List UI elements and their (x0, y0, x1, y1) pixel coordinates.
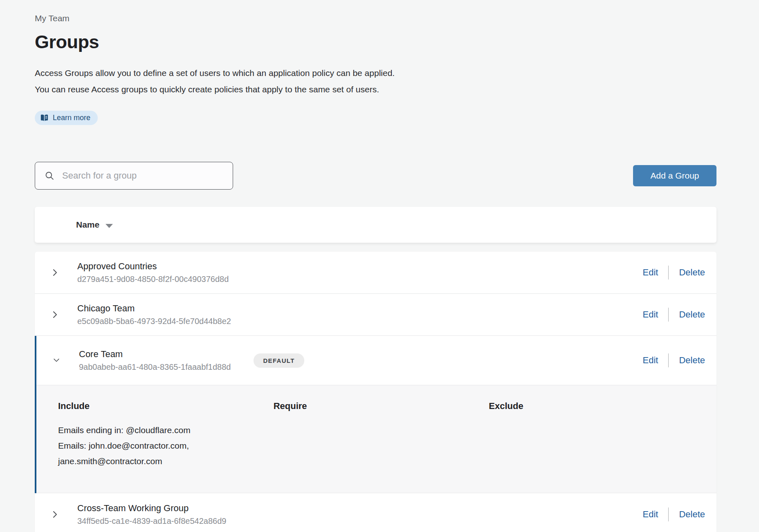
table-header: Name (35, 207, 716, 243)
group-name: Cross-Team Working Group (77, 503, 226, 514)
delete-link[interactable]: Delete (679, 267, 705, 278)
include-rule-line: Emails: john.doe@contractor.com, (58, 438, 274, 454)
group-search[interactable] (35, 162, 233, 190)
expanded-group: Core Team 9ab0abeb-aa61-480a-8365-1faaab… (35, 336, 716, 493)
group-id: d279a451-9d08-4850-8f2f-00c490376d8d (77, 275, 229, 284)
edit-link[interactable]: Edit (642, 267, 658, 278)
delete-link[interactable]: Delete (679, 309, 705, 320)
group-info: Cross-Team Working Group 34ff5ed5-ca1e-4… (77, 503, 226, 526)
actions-divider (668, 507, 669, 521)
groups-page: My Team Groups Access Groups allow you t… (0, 0, 716, 532)
chevron-right-icon[interactable] (51, 310, 59, 320)
actions-divider (668, 353, 669, 367)
edit-link[interactable]: Edit (642, 355, 658, 366)
chevron-right-icon[interactable] (51, 510, 59, 519)
page-title: Groups (35, 31, 716, 53)
edit-link[interactable]: Edit (642, 509, 658, 520)
description-line-2: You can reuse Access groups to quickly c… (35, 81, 716, 98)
chevron-down-icon[interactable] (52, 356, 61, 365)
default-badge: DEFAULT (254, 353, 304, 368)
include-rule-line: jane.smith@contractor.com (58, 454, 274, 469)
book-icon (40, 114, 49, 122)
table-row[interactable]: Approved Countries d279a451-9d08-4850-8f… (35, 252, 716, 294)
learn-more-label: Learn more (53, 114, 90, 122)
sort-descending-icon (106, 224, 113, 228)
toolbar: Add a Group (35, 162, 716, 190)
search-icon (44, 170, 55, 181)
exclude-column: Exclude (489, 401, 704, 469)
row-actions: Edit Delete (642, 308, 705, 322)
include-rule-line: Emails ending in: @cloudflare.com (58, 422, 274, 438)
table-row[interactable]: Chicago Team e5c09a8b-5ba6-4973-92d4-5fe… (35, 294, 716, 336)
group-info: Chicago Team e5c09a8b-5ba6-4973-92d4-5fe… (77, 303, 231, 326)
group-info: Core Team 9ab0abeb-aa61-480a-8365-1faaab… (79, 349, 231, 372)
chevron-right-icon[interactable] (51, 268, 59, 277)
name-header-label: Name (76, 220, 99, 230)
description-line-1: Access Groups allow you to define a set … (35, 65, 716, 81)
table-row[interactable]: Cross-Team Working Group 34ff5ed5-ca1e-4… (35, 493, 716, 532)
learn-more-button[interactable]: Learn more (35, 111, 98, 125)
table-row[interactable]: Core Team 9ab0abeb-aa61-480a-8365-1faaab… (36, 336, 716, 385)
group-id: e5c09a8b-5ba6-4973-92d4-5fe70d44b8e2 (77, 317, 231, 326)
include-rules: Emails ending in: @cloudflare.com Emails… (58, 422, 274, 469)
group-id: 9ab0abeb-aa61-480a-8365-1faaabf1d88d (79, 362, 231, 372)
row-actions: Edit Delete (642, 266, 705, 279)
group-name: Chicago Team (77, 303, 231, 314)
actions-divider (668, 266, 669, 279)
delete-link[interactable]: Delete (679, 509, 705, 520)
include-column: Include Emails ending in: @cloudflare.co… (58, 401, 274, 469)
name-column-header[interactable]: Name (76, 220, 113, 230)
group-id: 34ff5ed5-ca1e-4839-ad1a-6f8e542a86d9 (77, 516, 226, 526)
require-column-header: Require (274, 401, 489, 411)
require-column: Require (274, 401, 489, 469)
groups-list: Approved Countries d279a451-9d08-4850-8f… (35, 252, 716, 532)
group-name: Core Team (79, 349, 231, 360)
include-column-header: Include (58, 401, 274, 411)
delete-link[interactable]: Delete (679, 355, 705, 366)
actions-divider (668, 308, 669, 322)
row-actions: Edit Delete (642, 353, 705, 367)
breadcrumb: My Team (35, 13, 716, 23)
exclude-column-header: Exclude (489, 401, 704, 411)
row-actions: Edit Delete (642, 507, 705, 521)
group-name: Approved Countries (77, 261, 229, 272)
edit-link[interactable]: Edit (642, 309, 658, 320)
page-description: Access Groups allow you to define a set … (35, 65, 716, 98)
group-info: Approved Countries d279a451-9d08-4850-8f… (77, 261, 229, 284)
group-rule-details: Include Emails ending in: @cloudflare.co… (36, 385, 716, 493)
add-group-button[interactable]: Add a Group (633, 165, 716, 186)
search-input[interactable] (61, 170, 225, 181)
